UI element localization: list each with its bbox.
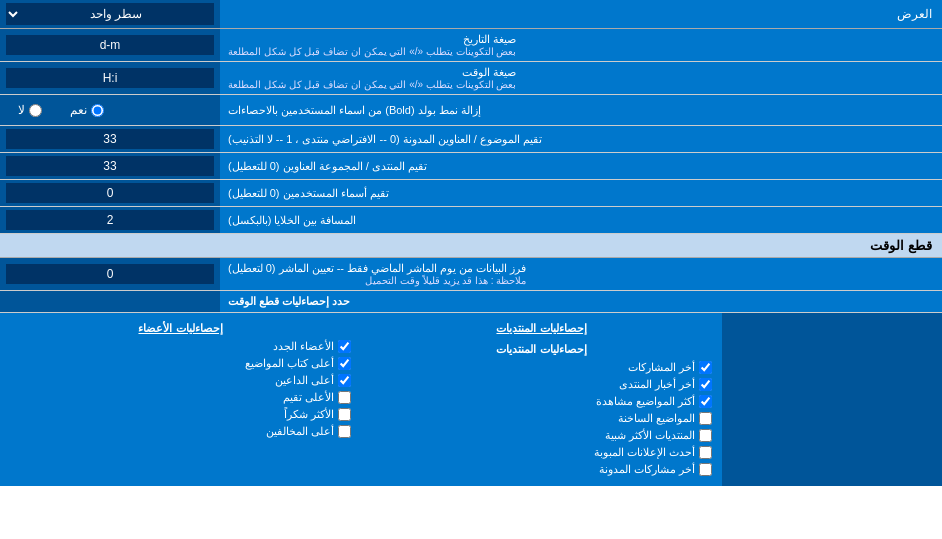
bold-no-radio[interactable] [29,104,42,117]
checkbox-top-writers-input[interactable] [338,357,351,370]
time-format-input-cell [0,62,220,94]
forums-order-input-cell [0,153,220,179]
users-order-input-cell [0,180,220,206]
time-format-label: صيغة الوقت بعض التكوينات يتطلب «/» التي … [220,62,942,94]
topics-order-input[interactable] [6,129,214,149]
date-format-input[interactable] [6,35,214,55]
time-format-input[interactable] [6,68,214,88]
forum-stats-title: إحصاءليات المنتديات [371,340,712,361]
checkbox-forum-news-input[interactable] [699,378,712,391]
section-label: العرض [220,2,942,26]
checkbox-new-members: الأعضاء الجدد [10,340,351,353]
forum-stats-col: إحصاءليات المنتديات إحصاءليات المنتديات … [361,313,722,486]
checkbox-most-viewed: أكثر المواضيع مشاهدة [371,395,712,408]
member-stats-title: إحصاءليات الأعضاء [10,319,351,340]
users-order-label: تقيم أسماء المستخدمين (0 للتعطيل) [220,180,942,206]
checkbox-most-thanks: الأكثر شكراً [10,408,351,421]
checkbox-top-violators-input[interactable] [338,425,351,438]
member-stats-col: إحصاءليات الأعضاء الأعضاء الجدد أعلى كتا… [0,313,361,486]
cell-spacing-label: المسافة بين الخلايا (بالبكسل) [220,207,942,233]
forums-order-label: تقيم المنتدى / المجموعة العناوين (0 للتع… [220,153,942,179]
topics-order-label: تقيم الموضوع / العناوين المدونة (0 -- ال… [220,126,942,152]
checkbox-top-writers: أعلى كتاب المواضيع [10,357,351,370]
cutoff-section-header: قطع الوقت [0,234,942,258]
checkbox-top-inviters: أعلى الداعين [10,374,351,387]
checkbox-top-rated: الأعلى تقيم [10,391,351,404]
checkbox-top-violators: أعلى المخالفين [10,425,351,438]
cutoff-label: فرز البيانات من يوم الماشر الماضي فقط --… [220,258,942,290]
checkbox-latest-ads: أحدث الإعلانات المبوبة [371,446,712,459]
users-order-input[interactable] [6,183,214,203]
checkbox-last-posts-input[interactable] [699,361,712,374]
checkbox-hot-topics-input[interactable] [699,412,712,425]
checkbox-latest-ads-input[interactable] [699,446,712,459]
topics-order-input-cell [0,126,220,152]
forum-stats-header: إحصاءليات المنتديات [371,319,712,340]
stats-limit-label: حدد إحصاءليات قطع الوقت [220,291,942,312]
date-format-label: صيغة التاريخ بعض التكوينات يتطلب «/» الت… [220,29,942,61]
stats-limit-input-cell [0,291,220,312]
cutoff-input[interactable] [6,264,214,284]
checkbox-forum-news: أخر أخبار المنتدى [371,378,712,391]
checkbox-blog-posts: أخر مشاركات المدونة [371,463,712,476]
bold-no-option[interactable]: لا [10,99,50,121]
checkbox-most-viewed-input[interactable] [699,395,712,408]
checkbox-similar-forums: المنتديات الأكثر شبية [371,429,712,442]
display-mode-cell: سطر واحد [0,0,220,28]
cutoff-input-cell [0,258,220,290]
checkbox-similar-forums-input[interactable] [699,429,712,442]
checkbox-last-posts: أخر المشاركات [371,361,712,374]
date-format-input-cell [0,29,220,61]
checkbox-top-inviters-input[interactable] [338,374,351,387]
cell-spacing-input-cell [0,207,220,233]
checkbox-hot-topics: المواضيع الساخنة [371,412,712,425]
bold-yes-option[interactable]: نعم [62,99,112,121]
checkbox-blog-posts-input[interactable] [699,463,712,476]
checkbox-new-members-input[interactable] [338,340,351,353]
checkbox-most-thanks-input[interactable] [338,408,351,421]
bold-remove-label: إزالة نمط بولد (Bold) من اسماء المستخدمي… [220,95,942,125]
cell-spacing-input[interactable] [6,210,214,230]
forums-order-input[interactable] [6,156,214,176]
bold-remove-cell: نعم لا [0,95,220,125]
display-mode-dropdown[interactable]: سطر واحد [6,3,214,25]
checkbox-top-rated-input[interactable] [338,391,351,404]
bold-yes-radio[interactable] [91,104,104,117]
